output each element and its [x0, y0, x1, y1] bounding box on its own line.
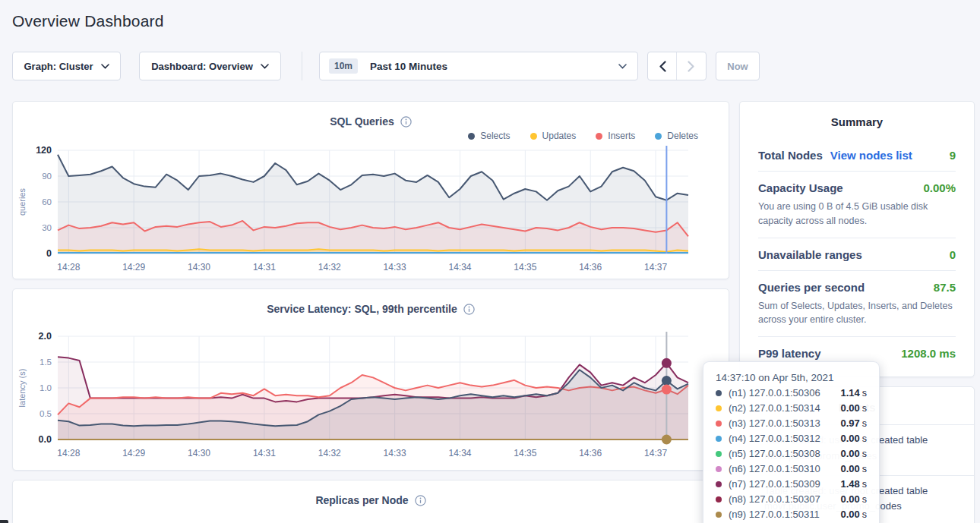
svg-text:14:33: 14:33 [384, 448, 406, 458]
svg-text:14:31: 14:31 [253, 448, 276, 458]
legend-item-selects[interactable]: Selects [468, 131, 510, 141]
node-latency-value: 1.14 [840, 387, 859, 399]
toolbar-divider [302, 52, 302, 80]
svg-text:14:29: 14:29 [122, 262, 145, 273]
total-nodes-value: 9 [950, 149, 956, 162]
svg-text:14:28: 14:28 [57, 262, 80, 273]
svg-text:0.0: 0.0 [39, 434, 52, 445]
tooltip-timestamp: 14:37:10 on Apr 5th, 2021 [716, 372, 867, 383]
node-color-dot [716, 390, 722, 396]
chart-title-row: Service Latency: SQL, 99th percentile [13, 289, 729, 317]
chevron-left-icon [659, 61, 666, 72]
time-range-picker[interactable]: 10m Past 10 Minutes [319, 52, 638, 80]
node-latency-value: 0.00 [840, 493, 859, 505]
svg-text:latency (s): latency (s) [17, 369, 27, 408]
time-next-button[interactable] [677, 52, 706, 80]
graph-dropdown[interactable]: Graph: Cluster [12, 52, 121, 80]
tooltip-rows: (n1) 127.0.0.1:50306 1.14 s (n2) 127.0.0… [716, 387, 867, 520]
node-latency-unit: s [862, 509, 867, 520]
node-address: (n7) 127.0.0.1:50309 [729, 478, 820, 490]
svg-text:14:34: 14:34 [448, 262, 471, 273]
node-color-dot [716, 405, 722, 411]
node-address: (n4) 127.0.0.1:50312 [729, 433, 820, 444]
svg-text:14:35: 14:35 [514, 448, 536, 458]
node-latency-unit: s [862, 449, 867, 459]
node-latency-value: 0.00 [840, 463, 859, 474]
chart-hover-tooltip: 14:37:10 on Apr 5th, 2021 (n1) 127.0.0.1… [703, 361, 880, 523]
node-latency-unit: s [862, 403, 867, 414]
svg-text:14:29: 14:29 [122, 448, 145, 458]
tooltip-node-row: (n2) 127.0.0.1:50314 0.00 s [716, 402, 867, 414]
sql-queries-chart-title: SQL Queries [330, 115, 394, 128]
now-button[interactable]: Now [716, 52, 760, 80]
node-color-dot [716, 436, 722, 442]
node-latency-unit: s [862, 388, 867, 399]
dashboard-dropdown-label: Dashboard: Overview [151, 61, 253, 72]
svg-text:14:34: 14:34 [448, 448, 471, 458]
summary-row-total-nodes: Total Nodes View nodes list 9 [758, 139, 956, 171]
node-latency-value: 0.00 [840, 433, 859, 444]
info-icon[interactable] [463, 304, 475, 315]
deletes-color-dot [655, 133, 662, 140]
overview-dashboard-page: Overview Dashboard Graph: Cluster Dashbo… [0, 0, 980, 523]
legend-item-inserts[interactable]: Inserts [596, 131, 635, 141]
node-color-dot [716, 496, 722, 503]
node-address: (n5) 127.0.0.1:50308 [729, 448, 820, 459]
svg-text:1.0: 1.0 [40, 383, 52, 392]
svg-text:0: 0 [46, 248, 52, 259]
toolbar: Graph: Cluster Dashboard: Overview 10m P… [12, 52, 980, 80]
service-latency-chart-title: Service Latency: SQL, 99th percentile [267, 303, 457, 315]
svg-text:120: 120 [36, 145, 52, 156]
p99-latency-value: 1208.0 ms [901, 347, 956, 360]
chevron-down-icon [261, 64, 269, 69]
sql-queries-legend: Selects Updates Inserts Deletes [13, 129, 729, 143]
sql-queries-chart[interactable]: 14:2814:2914:3014:3114:3214:3314:3414:35… [13, 143, 729, 276]
tooltip-node-row: (n9) 127.0.0.1:50311 0.00 s [716, 509, 867, 520]
inserts-color-dot [596, 133, 602, 140]
legend-item-deletes[interactable]: Deletes [655, 131, 698, 141]
node-address: (n8) 127.0.0.1:50307 [729, 493, 820, 505]
page-title: Overview Dashboard [0, 0, 980, 30]
info-icon[interactable] [400, 116, 412, 128]
node-latency-unit: s [862, 479, 867, 490]
node-latency-value: 0.00 [840, 509, 859, 520]
service-latency-chart[interactable]: 14:2814:2914:3014:3114:3214:3314:3414:35… [13, 329, 729, 462]
chevron-down-icon [101, 64, 109, 69]
svg-text:queries: queries [17, 187, 27, 216]
time-range-badge: 10m [329, 58, 358, 74]
svg-text:90: 90 [42, 172, 52, 181]
node-latency-unit: s [862, 418, 867, 429]
view-nodes-list-link[interactable]: View nodes list [830, 149, 912, 162]
tooltip-node-row: (n1) 127.0.0.1:50306 1.14 s [716, 387, 867, 399]
tooltip-node-row: (n5) 127.0.0.1:50308 0.00 s [716, 448, 867, 459]
svg-text:14:36: 14:36 [579, 448, 602, 458]
svg-text:0.5: 0.5 [40, 409, 52, 418]
node-color-dot [716, 481, 722, 487]
node-color-dot [716, 421, 722, 427]
summary-body: Total Nodes View nodes list 9 Capacity U… [740, 139, 974, 376]
service-latency-chart-card: Service Latency: SQL, 99th percentile 14… [12, 288, 729, 471]
node-latency-unit: s [862, 464, 867, 474]
node-latency-unit: s [862, 494, 867, 505]
info-icon[interactable] [415, 495, 426, 506]
node-address: (n2) 127.0.0.1:50314 [729, 402, 820, 414]
tooltip-node-row: (n7) 127.0.0.1:50309 1.48 s [716, 478, 867, 490]
time-range-label: Past 10 Minutes [370, 61, 447, 72]
time-prev-button[interactable] [648, 52, 677, 80]
node-latency-value: 1.48 [840, 478, 859, 490]
dashboard-dropdown[interactable]: Dashboard: Overview [139, 52, 281, 80]
svg-text:1.5: 1.5 [40, 358, 52, 367]
tooltip-node-row: (n4) 127.0.0.1:50312 0.00 s [716, 433, 867, 444]
node-address: (n9) 127.0.0.1:50311 [729, 509, 820, 520]
node-latency-unit: s [862, 433, 867, 444]
time-pager [647, 52, 707, 80]
summary-row-queries-per-second: Queries per second 87.5 Sum of Selects, … [758, 270, 956, 337]
summary-row-capacity-usage: Capacity Usage 0.00% You are using 0 B o… [758, 171, 956, 238]
legend-item-updates[interactable]: Updates [530, 131, 577, 141]
replicas-chart-title: Replicas per Node [315, 494, 408, 506]
graph-dropdown-label: Graph: Cluster [24, 61, 93, 72]
selects-color-dot [468, 133, 475, 140]
svg-text:2.0: 2.0 [39, 331, 52, 342]
svg-text:14:32: 14:32 [318, 262, 341, 273]
node-address: (n6) 127.0.0.1:50310 [729, 463, 820, 474]
